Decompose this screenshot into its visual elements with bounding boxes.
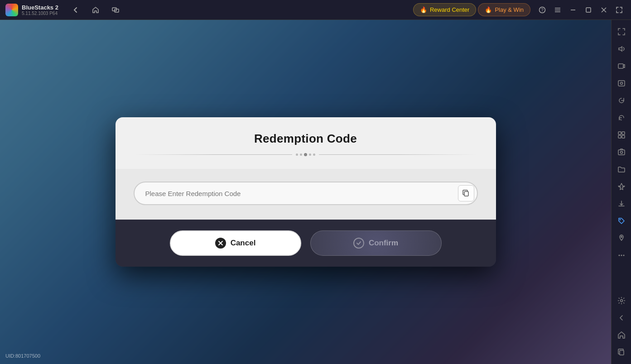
sidebar-copy-icon[interactable]	[613, 344, 630, 360]
topbar: BlueStacks 2 5.11.52.1003 P64	[0, 0, 631, 20]
cancel-label: Cancel	[231, 239, 256, 248]
divider-dot-3	[309, 153, 311, 156]
svg-rect-8	[586, 8, 591, 12]
home-button[interactable]	[89, 4, 102, 16]
sidebar-tag-icon[interactable]	[613, 213, 630, 229]
svg-rect-12	[618, 81, 625, 86]
back-button[interactable]	[69, 4, 82, 16]
svg-point-13	[620, 82, 622, 85]
play-icon: 🔥	[485, 6, 492, 13]
paste-button[interactable]	[458, 185, 474, 201]
minimize-button[interactable]	[567, 4, 579, 16]
topbar-center: 🔥 Reward Center 🔥 Play & Win	[413, 3, 530, 16]
sidebar-rewind-icon[interactable]	[613, 92, 630, 109]
app-name: BlueStacks 2	[22, 4, 58, 11]
svg-point-22	[618, 255, 620, 256]
app-title: BlueStacks 2 5.11.52.1003 P64	[22, 4, 58, 16]
svg-point-23	[621, 255, 622, 256]
close-button[interactable]	[597, 4, 610, 16]
sidebar-screenshot-icon[interactable]	[613, 144, 630, 160]
svg-rect-18	[618, 150, 625, 155]
dialog-divider	[134, 153, 478, 156]
svg-rect-11	[618, 64, 623, 68]
svg-rect-17	[622, 135, 625, 138]
topbar-nav	[62, 4, 129, 16]
svg-rect-26	[620, 350, 624, 355]
menu-button[interactable]	[551, 4, 564, 16]
sidebar-video-icon[interactable]	[613, 58, 630, 74]
app-logo	[5, 4, 18, 16]
svg-point-19	[620, 151, 622, 153]
sidebar-rotate-icon[interactable]	[613, 110, 630, 126]
sidebar-download-icon[interactable]	[613, 196, 630, 212]
sidebar-folder-icon[interactable]	[613, 161, 630, 177]
sidebar-back-icon[interactable]	[613, 310, 630, 326]
app-version: 5.11.52.1003 P64	[22, 11, 58, 16]
sidebar-home-icon[interactable]	[613, 327, 630, 343]
divider-line-left	[134, 154, 293, 155]
multi-window-button[interactable]	[109, 4, 122, 16]
topbar-right: ?	[530, 4, 631, 16]
reward-center-button[interactable]: 🔥 Reward Center	[413, 3, 476, 16]
reward-icon: 🔥	[420, 6, 427, 13]
help-button[interactable]: ?	[536, 4, 549, 16]
sidebar-fullscreen-icon[interactable]	[613, 24, 630, 40]
dialog-title: Redemption Code	[134, 132, 478, 146]
divider-dot-accent	[304, 153, 307, 156]
svg-point-20	[619, 219, 621, 220]
svg-text:?: ?	[541, 8, 544, 13]
redemption-code-input[interactable]	[134, 182, 478, 205]
svg-rect-15	[622, 132, 625, 134]
svg-rect-16	[618, 135, 621, 138]
svg-point-24	[623, 255, 624, 256]
divider-dot-4	[313, 153, 315, 156]
dialog-body	[116, 169, 496, 220]
svg-rect-14	[618, 132, 621, 134]
modal-overlay: Redemption Code	[0, 20, 611, 364]
cancel-x-icon	[215, 238, 226, 249]
svg-point-21	[621, 236, 622, 238]
svg-point-25	[620, 300, 622, 302]
confirm-check-icon	[353, 238, 364, 249]
play-win-button[interactable]: 🔥 Play & Win	[478, 3, 530, 16]
right-sidebar	[611, 20, 631, 364]
restore-button[interactable]	[582, 4, 595, 16]
reward-center-label: Reward Center	[430, 6, 469, 13]
dialog-header: Redemption Code	[116, 117, 496, 169]
sidebar-record-icon[interactable]	[613, 75, 630, 91]
input-container	[134, 182, 478, 205]
topbar-left: BlueStacks 2 5.11.52.1003 P64	[0, 4, 413, 16]
sidebar-airplane-icon[interactable]	[613, 178, 630, 195]
divider-dots	[296, 153, 315, 156]
cancel-button[interactable]: Cancel	[170, 230, 301, 256]
dialog-footer: Cancel Confirm	[116, 220, 496, 267]
play-win-label: Play & Win	[495, 6, 524, 13]
redemption-dialog: Redemption Code	[116, 117, 496, 267]
sidebar-settings-icon[interactable]	[613, 292, 630, 309]
sidebar-apps-icon[interactable]	[613, 127, 630, 143]
sidebar-location-icon[interactable]	[613, 230, 630, 246]
sidebar-volume-icon[interactable]	[613, 41, 630, 57]
divider-dot-1	[296, 153, 298, 156]
divider-dot-2	[300, 153, 302, 156]
divider-line-right	[319, 154, 478, 155]
sidebar-more-icon[interactable]	[613, 247, 630, 263]
svg-rect-27	[464, 192, 468, 196]
confirm-label: Confirm	[369, 239, 398, 248]
expand-button[interactable]	[613, 4, 626, 16]
confirm-button[interactable]: Confirm	[310, 230, 442, 256]
